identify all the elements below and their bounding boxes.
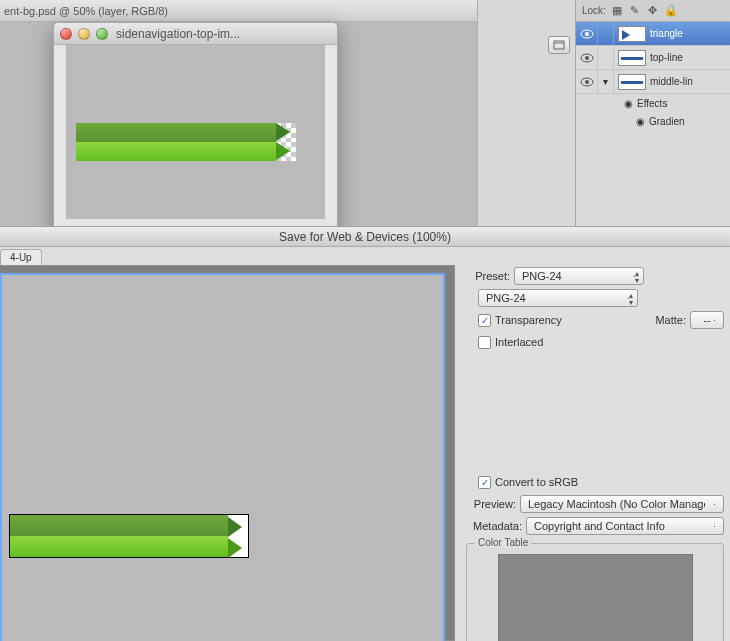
layer-row-top-line[interactable]: top-line <box>576 46 730 70</box>
layers-panel[interactable]: Lock: ▦ ✎ ✥ 🔒 triangle top-line ▾ <box>575 0 730 230</box>
lock-move-icon[interactable]: ✥ <box>646 4 660 18</box>
matte-label: Matte: <box>655 314 686 326</box>
lock-brush-icon[interactable]: ✎ <box>628 4 642 18</box>
preview-pane[interactable] <box>0 265 455 641</box>
metadata-label: Metadata: <box>466 520 522 532</box>
interlaced-label: Interlaced <box>495 336 543 348</box>
traffic-lights <box>60 28 108 40</box>
preview-value: Legacy Macintosh (No Color Manage... <box>528 498 705 510</box>
metadata-value: Copyright and Contact Info <box>534 520 665 532</box>
dialog-title: Save for Web & Devices (100%) <box>0 227 730 247</box>
effects-label: Effects <box>637 98 667 109</box>
transparency-label: Transparency <box>495 314 562 326</box>
save-for-web-dialog: Save for Web & Devices (100%) 4-Up Prese… <box>0 226 730 641</box>
zoom-icon[interactable] <box>96 28 108 40</box>
layer-effects-row[interactable]: ◉ Effects <box>576 94 730 112</box>
color-table-label: Color Table <box>475 537 531 548</box>
color-table-fieldset: Color Table <box>466 543 724 641</box>
matte-dropdown[interactable]: -- <box>690 311 724 329</box>
foreground-document-canvas[interactable] <box>66 45 325 219</box>
format-value: PNG-24 <box>486 292 526 304</box>
foreground-document-window[interactable]: sidenavigation-top-im... <box>53 22 338 232</box>
preset-dropdown[interactable]: PNG-24 ▴▾ <box>514 267 644 285</box>
svg-point-3 <box>585 32 589 36</box>
minimize-icon[interactable] <box>78 28 90 40</box>
preset-label: Preset: <box>466 270 510 282</box>
lock-row: Lock: ▦ ✎ ✥ 🔒 <box>576 0 730 22</box>
convert-srgb-label: Convert to sRGB <box>495 476 578 488</box>
panel-menu-icon <box>553 40 565 50</box>
preview-canvas[interactable] <box>0 273 445 641</box>
layer-name[interactable]: middle-lin <box>650 76 693 87</box>
layer-row-middle-line[interactable]: ▾ middle-lin <box>576 70 730 94</box>
layer-thumbnail[interactable] <box>618 74 646 90</box>
tab-4up[interactable]: 4-Up <box>0 249 42 265</box>
lock-all-icon[interactable]: 🔒 <box>664 4 678 18</box>
lock-transparent-icon[interactable]: ▦ <box>610 4 624 18</box>
convert-srgb-checkbox[interactable]: ✓ <box>478 476 491 489</box>
artwork-shape <box>76 123 276 161</box>
visibility-icon[interactable] <box>576 70 598 93</box>
layer-row-triangle[interactable]: triangle <box>576 22 730 46</box>
svg-rect-0 <box>554 41 564 49</box>
preview-label: Preview: <box>466 498 516 510</box>
gradient-label: Gradien <box>649 116 685 127</box>
artwork-shape-preview <box>10 515 228 557</box>
layer-thumbnail[interactable] <box>618 50 646 66</box>
layer-effect-gradient[interactable]: ◉ Gradien <box>576 112 730 130</box>
foreground-document-title: sidenavigation-top-im... <box>116 27 240 41</box>
transparency-checkbox[interactable]: ✓ <box>478 314 491 327</box>
svg-point-5 <box>585 56 589 60</box>
svg-point-7 <box>585 80 589 84</box>
interlaced-checkbox[interactable] <box>478 336 491 349</box>
window-titlebar[interactable]: sidenavigation-top-im... <box>54 23 337 45</box>
export-settings: Preset: PNG-24 ▴▾ PNG-24 ▴▾ ✓ Transparen… <box>458 265 730 641</box>
visibility-icon[interactable] <box>576 22 598 45</box>
lock-label: Lock: <box>582 5 606 16</box>
format-dropdown[interactable]: PNG-24 ▴▾ <box>478 289 638 307</box>
metadata-dropdown[interactable]: Copyright and Contact Info <box>526 517 724 535</box>
color-table[interactable] <box>498 554 693 641</box>
preset-value: PNG-24 <box>522 270 562 282</box>
layer-name[interactable]: top-line <box>650 52 683 63</box>
preview-tabs: 4-Up <box>0 247 730 265</box>
fx-icon: ◉ <box>636 116 645 127</box>
visibility-icon[interactable] <box>576 46 598 69</box>
layer-name[interactable]: triangle <box>650 28 683 39</box>
matte-value: -- <box>703 314 710 326</box>
close-icon[interactable] <box>60 28 72 40</box>
background-document-title: ent-bg.psd @ 50% (layer, RGB/8) <box>0 0 477 22</box>
preview-dropdown[interactable]: Legacy Macintosh (No Color Manage... <box>520 495 724 513</box>
fx-icon: ◉ <box>624 98 633 109</box>
layer-thumbnail[interactable] <box>618 26 646 42</box>
disclosure-triangle-icon[interactable]: ▾ <box>598 70 614 93</box>
panel-menu-button[interactable] <box>548 36 570 54</box>
